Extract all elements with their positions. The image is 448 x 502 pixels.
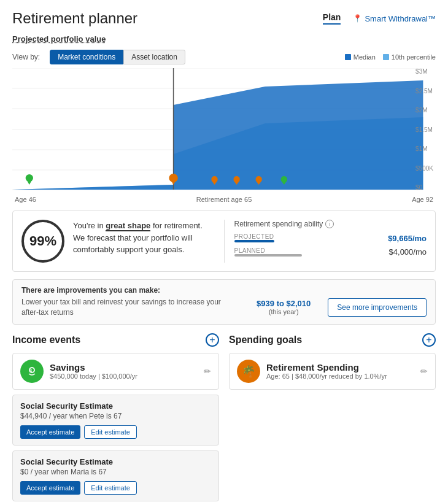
estimate-1-detail: $44,940 / year when Pete is 67 bbox=[20, 412, 211, 420]
estimate-2-title: Social Security Estimate bbox=[20, 457, 211, 466]
retirement-spending-card: 🌴 Retirement Spending Age: 65 | $48,000/… bbox=[229, 353, 436, 390]
accept-estimate-2-button[interactable]: Accept estimate bbox=[20, 481, 80, 495]
chart-svg bbox=[12, 68, 436, 191]
retirement-spending-name: Retirement Spending bbox=[266, 362, 414, 373]
view-by-tabs: Market conditions Asset location bbox=[50, 50, 185, 64]
svg-point-9 bbox=[26, 174, 33, 182]
income-events-title: Income events bbox=[12, 334, 80, 346]
edit-estimate-1-button[interactable]: Edit estimate bbox=[84, 425, 137, 439]
projected-value: $9,665/mo bbox=[388, 234, 427, 243]
retirement-spending-info: Retirement Spending Age: 65 | $48,000/yr… bbox=[266, 362, 414, 380]
retirement-spending-icon: 🌴 bbox=[237, 360, 260, 383]
score-section: 99% You're in great shape for retirement… bbox=[12, 210, 436, 272]
legend-median: Median bbox=[345, 53, 376, 61]
header-nav: Plan 📍 Smart Withdrawal™ bbox=[323, 12, 436, 25]
legend-median-dot bbox=[345, 54, 351, 60]
retirement-spending-detail: Age: 65 | $48,000/yr reduced by 1.0%/yr bbox=[266, 373, 414, 380]
income-events-header: Income events + bbox=[12, 333, 219, 347]
planned-bar bbox=[234, 254, 303, 257]
add-income-event-button[interactable]: + bbox=[206, 333, 219, 347]
tab-asset-location[interactable]: Asset location bbox=[123, 50, 185, 64]
svg-point-15 bbox=[233, 176, 239, 182]
income-events-section: Income events + $ Savings bbox=[12, 333, 219, 502]
spending-ability-title: Retirement spending ability i bbox=[234, 220, 427, 228]
portfolio-chart: $3M $2.5M $2M $1.5M $1M $500K $0 bbox=[12, 68, 436, 191]
improvements-text: Lower your tax bill and reinvest your sa… bbox=[21, 297, 239, 318]
spending-goals-header: Spending goals + bbox=[229, 333, 436, 347]
svg-point-19 bbox=[281, 176, 287, 182]
improvements-row: Lower your tax bill and reinvest your sa… bbox=[21, 297, 427, 318]
improvements-period: (this year) bbox=[247, 308, 320, 315]
accept-estimate-1-button[interactable]: Accept estimate bbox=[20, 425, 80, 439]
social-security-estimate-2: Social Security Estimate $0 / year when … bbox=[12, 450, 219, 501]
savings-info: Savings $450,000 today | $100,000/yr bbox=[50, 362, 198, 380]
main-content-columns: Income events + $ Savings bbox=[12, 333, 436, 502]
improvements-label: There are improvements you can make: bbox=[21, 286, 427, 295]
savings-card-main: $ Savings $450,000 today | $100,000/yr ✏ bbox=[13, 353, 218, 389]
score-message: You're in great shape for retirement. We… bbox=[73, 220, 214, 256]
savings-detail: $450,000 today | $100,000/yr bbox=[50, 373, 198, 380]
spending-goals-title: Spending goals bbox=[229, 334, 302, 346]
social-security-estimate-1: Social Security Estimate $44,940 / year … bbox=[12, 395, 219, 446]
planned-label: PLANNED bbox=[234, 247, 389, 254]
view-by-row: View by: Market conditions Asset locatio… bbox=[12, 50, 436, 64]
nav-plan[interactable]: Plan bbox=[323, 12, 341, 25]
savings-edit-icon[interactable]: ✏ bbox=[204, 366, 211, 376]
chart-section: Projected portfolio value View by: Marke… bbox=[12, 34, 436, 203]
savings-icon: $ bbox=[20, 360, 44, 383]
chart-section-label: Projected portfolio value bbox=[12, 34, 436, 44]
improvements-amount: $939 to $2,010 bbox=[257, 299, 311, 308]
planned-spending-row: PLANNED $4,000/mo bbox=[234, 247, 427, 257]
estimate-2-buttons: Accept estimate Edit estimate bbox=[20, 481, 211, 495]
projected-label: PROJECTED bbox=[234, 233, 274, 240]
improvements-amount-block: $939 to $2,010 (this year) bbox=[247, 299, 320, 315]
svg-point-17 bbox=[255, 176, 261, 182]
view-by-label: View by: bbox=[12, 53, 40, 61]
estimate-1-buttons: Accept estimate Edit estimate bbox=[20, 425, 211, 439]
legend-10th: 10th percentile bbox=[383, 53, 436, 61]
see-improvements-button[interactable]: See more improvements bbox=[328, 298, 427, 317]
chart-y-axis: $3M $2.5M $2M $1.5M $1M $500K $0 bbox=[413, 68, 436, 191]
nav-smart-withdrawal[interactable]: 📍 Smart Withdrawal™ bbox=[353, 14, 436, 23]
planned-value: $4,000/mo bbox=[389, 247, 427, 257]
chart-x-labels: Age 46 Retirement age 65 Age 92 bbox=[12, 196, 436, 203]
savings-card: $ Savings $450,000 today | $100,000/yr ✏ bbox=[12, 353, 219, 390]
retirement-spending-main: 🌴 Retirement Spending Age: 65 | $48,000/… bbox=[230, 353, 435, 389]
estimate-2-detail: $0 / year when Maria is 67 bbox=[20, 468, 211, 476]
location-icon: 📍 bbox=[353, 14, 362, 23]
estimate-1-title: Social Security Estimate bbox=[20, 401, 211, 411]
legend-10th-dot bbox=[383, 54, 389, 60]
svg-point-11 bbox=[169, 174, 177, 182]
retirement-spending-edit-icon[interactable]: ✏ bbox=[420, 366, 428, 376]
savings-name: Savings bbox=[50, 362, 198, 373]
info-icon[interactable]: i bbox=[325, 220, 334, 228]
chart-legend: Median 10th percentile bbox=[345, 53, 436, 61]
great-shape-text: great shape bbox=[106, 221, 150, 231]
add-spending-goal-button[interactable]: + bbox=[422, 333, 436, 347]
page-title: Retirement planner bbox=[12, 10, 137, 27]
projected-spending-row: PROJECTED $9,665/mo bbox=[234, 233, 427, 244]
spending-ability-section: Retirement spending ability i PROJECTED … bbox=[224, 220, 427, 263]
tab-market-conditions[interactable]: Market conditions bbox=[50, 50, 123, 64]
svg-point-13 bbox=[211, 176, 217, 182]
improvements-section: There are improvements you can make: Low… bbox=[12, 279, 436, 325]
page-header: Retirement planner Plan 📍 Smart Withdraw… bbox=[12, 10, 436, 27]
score-circle: 99% bbox=[21, 220, 64, 263]
spending-goals-section: Spending goals + 🌴 Retirement Spending A… bbox=[229, 333, 436, 502]
score-area: 99% You're in great shape for retirement… bbox=[21, 220, 214, 263]
edit-estimate-2-button[interactable]: Edit estimate bbox=[84, 481, 137, 495]
projected-bar bbox=[234, 240, 274, 242]
